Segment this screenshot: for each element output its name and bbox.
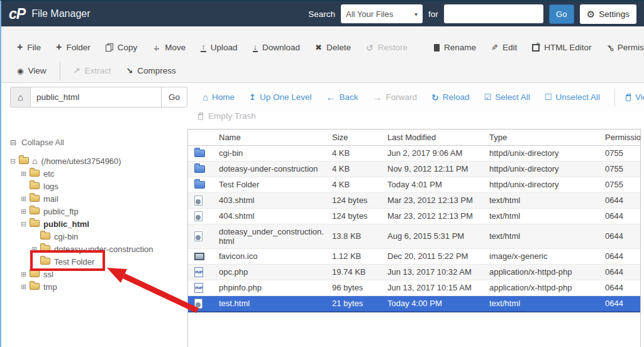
toolbar-copy-button[interactable]: Copy: [100, 40, 143, 55]
search-input[interactable]: [444, 4, 543, 23]
file-row-phpinfo-php[interactable]: phpinfo.php96 bytesJun 13, 2017 10:15 AM…: [188, 280, 640, 295]
restore-icon: [366, 43, 374, 52]
file-modified-cell: Mar 23, 2012 12:13 PM: [384, 208, 486, 224]
type-column-header[interactable]: Type: [486, 129, 602, 145]
nav-link-label: Forward: [386, 92, 418, 102]
toolbar-row-2: ViewExtractCompress: [11, 59, 638, 82]
tree-item-label: etc: [43, 169, 54, 179]
icon-column-header: [188, 129, 216, 145]
nav-view-trash-link[interactable]: View Trash: [625, 92, 644, 102]
tree-plus-expander-icon[interactable]: [21, 283, 30, 291]
toolbar-compress-button[interactable]: Compress: [120, 63, 181, 78]
nav-unselect-all-link[interactable]: Unselect All: [545, 92, 600, 102]
toolbar-file-button[interactable]: File: [11, 40, 47, 55]
search-scope-select[interactable]: All Your Files ▾: [341, 4, 423, 23]
size-column-header[interactable]: Size: [329, 129, 384, 145]
file-modified-cell: Jun 13, 2017 10:32 AM: [384, 264, 486, 280]
file-row-opc-php[interactable]: opc.php19.74 KBJun 13, 2017 10:32 AMappl…: [188, 264, 640, 280]
tree-item-etc[interactable]: etc: [10, 167, 187, 180]
file-row-doteasy-under-construction-html[interactable]: doteasy_under_construction.html13.8 KBAu…: [188, 224, 640, 248]
file-row-403-shtml[interactable]: 403.shtml124 bytesMar 23, 2012 12:13 PMt…: [188, 192, 640, 208]
file-row-test-folder[interactable]: Test Folder4 KBToday 4:01 PMhttpd/unix-d…: [188, 177, 640, 192]
file-icon-cell: [188, 161, 216, 177]
file-row-cgi-bin[interactable]: cgi-bin4 KBJun 2, 2017 9:06 AMhttpd/unix…: [188, 145, 640, 161]
toolbar-upload-button[interactable]: Upload: [195, 40, 243, 55]
toolbar-button-label: Restore: [378, 43, 408, 52]
folder-icon: [30, 207, 40, 214]
nav-select-all-link[interactable]: Select All: [484, 92, 530, 102]
modified-column-header[interactable]: Last Modified: [384, 129, 486, 145]
toolbar-button-label: HTML Editor: [544, 43, 591, 52]
nav-up-one-level-link[interactable]: Up One Level: [249, 92, 311, 102]
nav-home-link[interactable]: Home: [203, 92, 235, 102]
path-home-button[interactable]: [10, 87, 31, 107]
tree-plus-expander-icon[interactable]: [31, 245, 40, 253]
name-column-header[interactable]: Name: [216, 129, 329, 145]
unselect-all-icon: [545, 93, 552, 101]
tree-item-tmp[interactable]: tmp: [10, 280, 187, 293]
nav-reload-link[interactable]: Reload: [431, 92, 470, 102]
file-row-test-html[interactable]: test.html21 bytesToday 4:00 PMtext/html0…: [188, 295, 640, 312]
tree-item-mail[interactable]: mail: [10, 192, 187, 205]
toolbar-folder-button[interactable]: Folder: [50, 40, 96, 55]
tree-minus-expander-icon[interactable]: [10, 157, 19, 165]
file-row-favicon-ico[interactable]: favicon.ico1.12 KBDec 20, 2011 5:22 PMim…: [188, 248, 640, 264]
file-icon-cell: [188, 192, 216, 208]
plus-icon: [56, 43, 62, 52]
tree-item-test-folder[interactable]: Test Folder: [10, 255, 187, 268]
search-go-button[interactable]: Go: [549, 4, 574, 24]
toolbar-download-button[interactable]: Download: [247, 40, 306, 55]
tree-item-ssl[interactable]: ssl: [10, 268, 187, 280]
nav-back-link[interactable]: Back: [326, 92, 358, 102]
search-label: Search: [308, 9, 335, 19]
main-area: Collapse All ⌂(/home/utest3754960)etclog…: [1, 129, 644, 347]
tree-item-doteasy-under-construction[interactable]: doteasy-under-construction: [10, 243, 187, 255]
path-go-button[interactable]: Go: [162, 87, 187, 107]
tree-minus-expander-icon[interactable]: [21, 220, 30, 228]
tree-item-public-ftp[interactable]: public_ftp: [10, 205, 187, 218]
toolbar-button-label: Download: [262, 43, 300, 52]
file-row-404-shtml[interactable]: 404.shtml124 bytesMar 23, 2012 12:13 PMt…: [188, 208, 640, 224]
permissions-column-header[interactable]: Permissions: [602, 129, 640, 145]
file-icon-cell: [188, 264, 216, 280]
file-row-doteasy-under-construction[interactable]: doteasy-under-construction4 KBNov 9, 201…: [188, 161, 640, 177]
toolbar-button-label: Edit: [502, 43, 517, 52]
tree-item-label: tmp: [43, 282, 57, 292]
file-type-cell: httpd/unix-directory: [486, 145, 602, 161]
toolbar-delete-button[interactable]: Delete: [309, 40, 357, 55]
toolbar-move-button[interactable]: Move: [147, 40, 191, 55]
toolbar-button-label: View: [28, 66, 46, 75]
file-size-cell: 4 KB: [329, 161, 384, 177]
file-perms-cell: 0644: [602, 248, 640, 264]
file-table-body: cgi-bin4 KBJun 2, 2017 9:06 AMhttpd/unix…: [188, 145, 640, 312]
toolbar-html-editor-button[interactable]: HTML Editor: [526, 40, 597, 55]
tree-item-label: public_html: [43, 219, 89, 229]
toolbar-view-button[interactable]: View: [11, 63, 52, 78]
toolbar-permissions-button[interactable]: Permissions: [601, 40, 644, 55]
file-name-cell: opc.php: [216, 264, 329, 280]
toolbar-button-label: Delete: [326, 43, 351, 52]
file-icon-cell: [188, 248, 216, 264]
file-type-cell: httpd/unix-directory: [486, 177, 602, 192]
file-modified-cell: Jun 13, 2017 10:15 AM: [384, 280, 486, 295]
search-bar: Search All Your Files ▾ for Go Settings: [308, 4, 636, 24]
toolbar-edit-button[interactable]: Edit: [486, 40, 523, 55]
tree-plus-expander-icon[interactable]: [21, 207, 30, 216]
copy-icon: [106, 43, 113, 52]
tree-item-public-html[interactable]: public_html: [10, 218, 187, 230]
tree-plus-expander-icon[interactable]: [21, 270, 30, 278]
tree-plus-expander-icon[interactable]: [21, 170, 30, 178]
tree-item-logs[interactable]: logs: [10, 180, 187, 192]
toolbar-button-label: Move: [165, 43, 186, 52]
collapse-all-button[interactable]: Collapse All: [10, 138, 187, 147]
toolbar-rename-button[interactable]: Rename: [428, 40, 482, 55]
settings-button[interactable]: Settings: [580, 4, 636, 24]
html-file-icon: [194, 299, 203, 309]
tree-item-cgi-bin[interactable]: cgi-bin: [10, 230, 187, 243]
path-input[interactable]: [31, 87, 162, 107]
tree-plus-expander-icon[interactable]: [21, 195, 30, 203]
file-name-cell: test.html: [216, 295, 329, 312]
file-table-header: Name Size Last Modified Type Permissions: [188, 129, 640, 145]
tree-item-home-utest3754960[interactable]: ⌂(/home/utest3754960): [10, 155, 187, 167]
toolbar-restore-button: Restore: [360, 40, 413, 55]
